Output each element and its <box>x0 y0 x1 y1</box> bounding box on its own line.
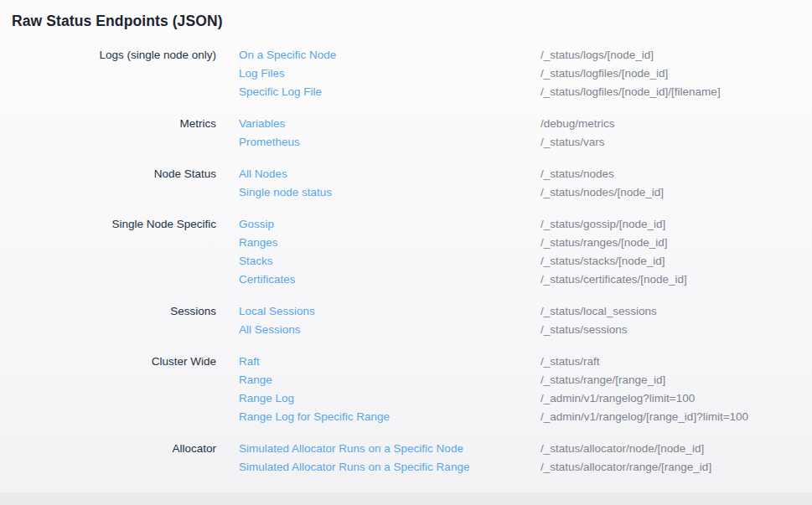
endpoint-path: /_status/certificates/[node_id] <box>540 271 812 289</box>
endpoint-link[interactable]: Prometheus <box>239 136 300 148</box>
endpoint-path: /_status/gossip/[node_id] <box>540 215 812 234</box>
endpoint-path: /_status/nodes <box>540 165 812 183</box>
endpoint-path: /_status/sessions <box>540 321 812 339</box>
endpoint-link[interactable]: Range Log <box>239 392 294 405</box>
category-label <box>0 64 216 83</box>
endpoint-row: Node StatusAll Nodes/_status/nodes <box>0 165 812 183</box>
endpoint-row: Log Files/_status/logfiles/[node_id] <box>0 64 812 83</box>
endpoint-link[interactable]: Single node status <box>239 186 332 198</box>
category-label: Sessions <box>0 302 216 321</box>
category-label <box>0 458 216 477</box>
endpoint-link[interactable]: On a Specific Node <box>239 49 336 61</box>
endpoint-link[interactable]: Simulated Allocator Runs on a Specific N… <box>239 442 463 455</box>
endpoint-row: Single node status/_status/nodes/[node_i… <box>0 183 812 202</box>
endpoint-row: Prometheus/_status/vars <box>0 133 812 152</box>
category-label: Cluster Wide <box>0 353 216 371</box>
endpoint-link-cell: All Nodes <box>216 165 540 183</box>
endpoint-link[interactable]: Stacks <box>239 255 273 267</box>
endpoint-link-cell: Ranges <box>216 234 540 252</box>
endpoint-path: /_status/logfiles/[node_id]/[filename] <box>540 83 812 101</box>
endpoint-row: Logs (single node only)On a Specific Nod… <box>0 46 812 64</box>
category-label: Node Status <box>0 165 216 183</box>
category-label <box>0 183 216 202</box>
category-label <box>0 252 216 271</box>
endpoint-path: /_status/vars <box>540 133 812 152</box>
endpoint-group: AllocatorSimulated Allocator Runs on a S… <box>0 440 812 477</box>
endpoint-path: /_status/logfiles/[node_id] <box>540 64 812 83</box>
page-title: Raw Status Endpoints (JSON) <box>12 12 812 30</box>
endpoint-groups: Logs (single node only)On a Specific Nod… <box>0 46 812 477</box>
endpoint-row: Single Node SpecificGossip/_status/gossi… <box>0 215 812 234</box>
endpoint-path: /_status/allocator/node/[node_id] <box>540 440 812 458</box>
endpoint-group: Single Node SpecificGossip/_status/gossi… <box>0 215 812 289</box>
endpoint-link[interactable]: Gossip <box>239 218 274 230</box>
category-label <box>0 234 216 252</box>
endpoint-group: SessionsLocal Sessions/_status/local_ses… <box>0 302 812 339</box>
endpoint-link[interactable]: Variables <box>239 117 285 130</box>
category-label <box>0 408 216 426</box>
category-label <box>0 83 216 101</box>
endpoint-link-cell: All Sessions <box>216 321 540 339</box>
endpoint-path: /_status/nodes/[node_id] <box>540 183 812 202</box>
endpoint-path: /_status/raft <box>540 353 812 371</box>
endpoint-link-cell: Range Log for Specific Range <box>216 408 540 426</box>
endpoint-path: /_admin/v1/rangelog/[range_id]?limit=100 <box>540 408 812 426</box>
endpoint-link-cell: Specific Log File <box>216 83 540 101</box>
endpoint-group: MetricsVariables/debug/metricsPrometheus… <box>0 115 812 152</box>
endpoint-link-cell: Variables <box>216 115 540 133</box>
endpoint-link-cell: Range <box>216 371 540 389</box>
endpoint-row: Certificates/_status/certificates/[node_… <box>0 271 812 289</box>
endpoint-row: Ranges/_status/ranges/[node_id] <box>0 234 812 252</box>
category-label <box>0 389 216 408</box>
category-label: Allocator <box>0 440 216 458</box>
endpoint-path: /_status/stacks/[node_id] <box>540 252 812 271</box>
endpoint-link-cell: Prometheus <box>216 133 540 152</box>
category-label <box>0 321 216 339</box>
endpoint-link[interactable]: Certificates <box>239 273 296 286</box>
endpoint-link[interactable]: Local Sessions <box>239 305 315 317</box>
endpoint-path: /debug/metrics <box>540 115 812 133</box>
endpoint-link-cell: Range Log <box>216 389 540 408</box>
endpoint-group: Logs (single node only)On a Specific Nod… <box>0 46 812 101</box>
category-label: Metrics <box>0 115 216 133</box>
endpoint-row: Stacks/_status/stacks/[node_id] <box>0 252 812 271</box>
endpoint-link[interactable]: All Sessions <box>239 323 301 336</box>
category-label <box>0 271 216 289</box>
endpoint-row: Specific Log File/_status/logfiles/[node… <box>0 83 812 101</box>
endpoint-link[interactable]: Simulated Allocator Runs on a Specific R… <box>239 461 469 473</box>
endpoint-link-cell: Gossip <box>216 215 540 234</box>
endpoint-link-cell: Simulated Allocator Runs on a Specific N… <box>216 440 540 458</box>
category-label: Single Node Specific <box>0 215 216 234</box>
endpoint-row: Range Log/_admin/v1/rangelog?limit=100 <box>0 389 812 408</box>
endpoint-row: MetricsVariables/debug/metrics <box>0 115 812 133</box>
endpoint-link[interactable]: Log Files <box>239 67 285 80</box>
raw-status-endpoints-page: Raw Status Endpoints (JSON) Logs (single… <box>0 0 812 492</box>
endpoint-row: All Sessions/_status/sessions <box>0 321 812 339</box>
endpoint-path: /_status/allocator/range/[range_id] <box>540 458 812 477</box>
endpoint-link[interactable]: All Nodes <box>239 167 287 180</box>
category-label <box>0 371 216 389</box>
endpoint-path: /_status/ranges/[node_id] <box>540 234 812 252</box>
endpoint-path: /_status/range/[range_id] <box>540 371 812 389</box>
endpoint-link-cell: Certificates <box>216 271 540 289</box>
endpoint-group: Cluster WideRaft/_status/raftRange/_stat… <box>0 353 812 426</box>
endpoint-link[interactable]: Raft <box>239 355 260 368</box>
endpoint-link-cell: Log Files <box>216 64 540 83</box>
endpoint-path: /_status/logs/[node_id] <box>540 46 812 64</box>
endpoint-link-cell: Local Sessions <box>216 302 540 321</box>
endpoint-row: AllocatorSimulated Allocator Runs on a S… <box>0 440 812 458</box>
endpoint-link[interactable]: Specific Log File <box>239 85 322 98</box>
endpoint-link[interactable]: Range <box>239 374 272 386</box>
endpoint-row: Simulated Allocator Runs on a Specific R… <box>0 458 812 477</box>
endpoint-link[interactable]: Range Log for Specific Range <box>239 410 390 423</box>
endpoint-link[interactable]: Ranges <box>239 236 278 249</box>
category-label: Logs (single node only) <box>0 46 216 64</box>
endpoint-link-cell: Raft <box>216 353 540 371</box>
endpoint-row: Range Log for Specific Range/_admin/v1/r… <box>0 408 812 426</box>
endpoint-group: Node StatusAll Nodes/_status/nodesSingle… <box>0 165 812 202</box>
endpoint-link-cell: Single node status <box>216 183 540 202</box>
endpoint-row: Range/_status/range/[range_id] <box>0 371 812 389</box>
endpoint-row: Cluster WideRaft/_status/raft <box>0 353 812 371</box>
endpoint-row: SessionsLocal Sessions/_status/local_ses… <box>0 302 812 321</box>
page-bottom-strip <box>0 492 812 505</box>
